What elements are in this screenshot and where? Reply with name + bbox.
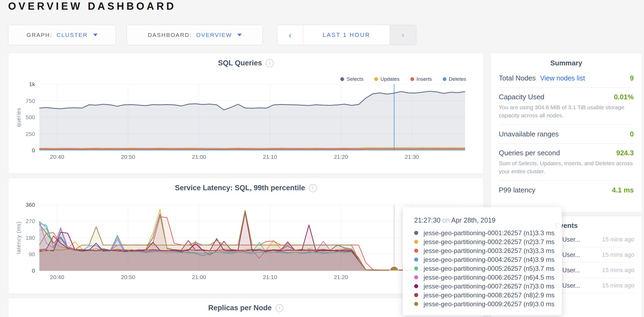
summary-row-value: 924.3 — [616, 149, 634, 157]
info-icon[interactable]: i — [275, 304, 283, 312]
summary-panel-title: Summary — [499, 59, 634, 67]
summary-row-value: 0.01% — [614, 93, 634, 101]
tooltip-node-name: jesse-geo-partitioning-0005:26257 (n5) — [424, 265, 535, 272]
tooltip-node-value: 3.0 ms — [535, 283, 555, 290]
sql-queries-legend: SelectsUpdatesInsertsDeletes — [340, 76, 466, 82]
series-dot-icon — [414, 293, 418, 297]
tooltip-node-value: 3.3 ms — [535, 229, 555, 237]
summary-row-label: Total Nodes — [499, 74, 536, 82]
tooltip-node-name: jesse-geo-partitioning-0002:26257 (n2) — [424, 238, 535, 246]
tooltip-node-name: jesse-geo-partitioning-0006:26257 (n6) — [424, 274, 535, 281]
dashboard-dropdown[interactable]: DASHBOARD: OVERVIEW — [127, 25, 263, 45]
chart-hover-tooltip: 21:27:30 on Apr 28th, 2019 jesse-geo-par… — [403, 207, 562, 315]
legend-item: Inserts — [410, 76, 432, 82]
tooltip-date: Apr 28th, 2019 — [451, 216, 496, 224]
legend-label: Inserts — [417, 76, 432, 82]
chart-canvas — [39, 205, 465, 271]
legend-item: Deletes — [443, 76, 466, 82]
chevron-down-icon — [237, 34, 242, 36]
tooltip-node-name: jesse-geo-partitioning-0009:26257 (n9) — [424, 300, 535, 308]
summary-row-label: Capacity Used — [499, 93, 544, 101]
page-title: OVERVIEW DASHBOARD — [8, 1, 176, 12]
legend-dot-icon — [374, 77, 378, 81]
series-dot-icon — [414, 302, 418, 306]
time-window-label[interactable]: LAST 1 HOUR — [303, 25, 390, 45]
series-dot-icon — [414, 231, 418, 235]
replicas-per-node-chart-title: Replicas per Node — [208, 304, 272, 312]
tooltip-connector: on — [442, 216, 450, 224]
series-dot-icon — [414, 275, 418, 279]
summary-row-line: Queries per second924.3 — [499, 149, 634, 157]
tooltip-node-name: jesse-geo-partitioning-0004:26257 (n4) — [424, 256, 535, 263]
summary-row-line: Capacity Used0.01% — [499, 93, 634, 101]
legend-label: Updates — [380, 76, 400, 82]
graph-dropdown-label: GRAPH: — [26, 32, 52, 38]
x-tick-label: 20:40 — [50, 274, 64, 280]
summary-row-line: Total NodesView nodes list9 — [499, 74, 634, 82]
tooltip-row: jesse-geo-partitioning-0003:26257 (n3)3.… — [414, 246, 551, 255]
y-tick-label: 750 — [26, 98, 35, 104]
summary-row-line: Unavailable ranges0 — [499, 130, 634, 138]
legend-label: Selects — [347, 76, 363, 82]
event-time: 15 mins ago — [599, 266, 634, 274]
tooltip-node-value: 2.9 ms — [535, 291, 555, 299]
series-dot-icon — [414, 266, 418, 270]
sql-queries-plot[interactable]: 02505007501k20:4020:5021:0021:1021:2021:… — [39, 84, 465, 150]
overview-dashboard-page: OVERVIEW DASHBOARD GRAPH: CLUSTER DASHBO… — [0, 0, 644, 317]
legend-label: Deletes — [449, 76, 466, 82]
summary-row-link[interactable]: View nodes list — [540, 74, 585, 82]
info-icon[interactable]: i — [309, 184, 317, 192]
legend-dot-icon — [410, 77, 414, 81]
series-area — [39, 210, 465, 271]
series-dot-icon — [414, 258, 418, 262]
y-tick-label: 180 — [26, 235, 35, 241]
tooltip-row: jesse-geo-partitioning-0004:26257 (n4)3.… — [414, 255, 551, 264]
summary-row-value: 0 — [630, 130, 634, 138]
tooltip-row: jesse-geo-partitioning-0009:26257 (n9)3.… — [414, 300, 551, 308]
tooltip-node-name: jesse-geo-partitioning-0001:26257 (n1) — [424, 229, 535, 237]
tooltip-row: jesse-geo-partitioning-0005:26257 (n5)3.… — [414, 264, 551, 273]
tooltip-time: 21:27:30 — [414, 216, 440, 224]
x-tick-label: 21:20 — [334, 154, 348, 160]
legend-item: Updates — [374, 76, 400, 82]
y-tick-label: 360 — [26, 202, 35, 208]
tooltip-rows: jesse-geo-partitioning-0001:26257 (n1)3.… — [414, 228, 551, 308]
summary-row: P99 latency4.1 ms — [499, 181, 634, 199]
series-line — [39, 150, 465, 150]
event-time: 15 mins ago — [599, 281, 634, 290]
y-axis-title: latency (ms) — [16, 221, 22, 254]
x-tick-label: 20:50 — [121, 274, 135, 280]
y-tick-label: 90 — [29, 251, 35, 258]
summary-row-label: Queries per second — [499, 149, 560, 157]
tooltip-row: jesse-geo-partitioning-0008:26257 (n8)2.… — [414, 291, 551, 300]
service-latency-plot[interactable]: 09018027036020:4020:5021:0021:1021:2021:… — [39, 205, 465, 271]
series-dot-icon — [414, 240, 418, 244]
graph-dropdown[interactable]: GRAPH: CLUSTER — [8, 25, 116, 45]
chart-canvas — [39, 84, 465, 150]
x-tick-label: 21:10 — [263, 274, 277, 280]
service-latency-chart-title: Service Latency: SQL, 99th percentile — [175, 184, 305, 192]
time-window-next-button[interactable]: › — [390, 25, 416, 45]
x-tick-label: 21:00 — [192, 154, 206, 160]
tooltip-node-value: 3.3 ms — [535, 247, 555, 255]
y-tick-label: 270 — [26, 218, 35, 224]
time-window-selector: ‹ LAST 1 HOUR › — [277, 25, 416, 45]
tooltip-node-value: 3.0 ms — [535, 300, 555, 308]
x-tick-label: 21:30 — [405, 154, 419, 160]
tooltip-node-name: jesse-geo-partitioning-0003:26257 (n3) — [424, 247, 535, 255]
summary-row-label: Unavailable ranges — [499, 130, 559, 138]
series-area — [39, 91, 465, 150]
tooltip-timestamp: 21:27:30 on Apr 28th, 2019 — [414, 216, 551, 224]
x-tick-label: 21:20 — [334, 274, 348, 280]
legend-item: Selects — [340, 76, 363, 82]
dashboard-dropdown-value: OVERVIEW — [196, 32, 232, 38]
x-tick-label: 21:00 — [192, 274, 206, 280]
chevron-right-icon: › — [402, 31, 404, 39]
time-window-prev-button[interactable]: ‹ — [277, 25, 303, 45]
summary-row-value: 4.1 ms — [612, 186, 634, 194]
info-icon[interactable]: i — [266, 59, 274, 67]
y-tick-label: 0 — [32, 267, 35, 274]
summary-row: Total NodesView nodes list9 — [499, 69, 634, 88]
legend-dot-icon — [340, 77, 344, 81]
summary-row-description: You are using 304.6 MiB of 3.1 TiB usabl… — [499, 103, 634, 119]
